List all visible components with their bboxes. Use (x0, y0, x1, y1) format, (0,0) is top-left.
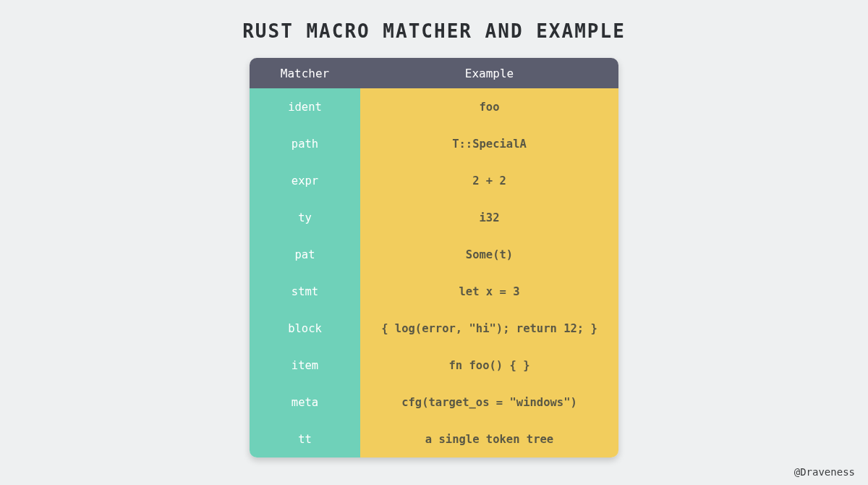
example-cell: foo (360, 88, 618, 125)
matcher-cell: path (250, 125, 360, 162)
example-column: foo T::SpecialA 2 + 2 i32 Some(t) let x … (360, 88, 618, 457)
matcher-cell: tt (250, 421, 360, 457)
page-title: RUST MACRO MATCHER AND EXAMPLE (0, 0, 868, 58)
example-cell: let x = 3 (360, 273, 618, 310)
example-cell: { log(error, "hi"); return 12; } (360, 310, 618, 347)
example-cell: fn foo() { } (360, 347, 618, 384)
example-cell: T::SpecialA (360, 125, 618, 162)
table-header: Matcher Example (250, 58, 618, 88)
matcher-cell: stmt (250, 273, 360, 310)
example-cell: cfg(target_os = "windows") (360, 384, 618, 421)
example-cell: i32 (360, 199, 618, 236)
matcher-cell: meta (250, 384, 360, 421)
attribution: @Draveness (794, 466, 855, 478)
matcher-cell: item (250, 347, 360, 384)
table-body: ident path expr ty pat stmt block item m… (250, 88, 618, 457)
matcher-column: ident path expr ty pat stmt block item m… (250, 88, 360, 457)
matcher-cell: pat (250, 236, 360, 273)
header-example: Example (360, 67, 618, 80)
matcher-cell: block (250, 310, 360, 347)
matcher-cell: expr (250, 162, 360, 199)
example-cell: 2 + 2 (360, 162, 618, 199)
example-cell: Some(t) (360, 236, 618, 273)
header-matcher: Matcher (250, 67, 360, 80)
matcher-table: Matcher Example ident path expr ty pat s… (250, 58, 618, 457)
matcher-cell: ty (250, 199, 360, 236)
matcher-cell: ident (250, 88, 360, 125)
example-cell: a single token tree (360, 421, 618, 457)
